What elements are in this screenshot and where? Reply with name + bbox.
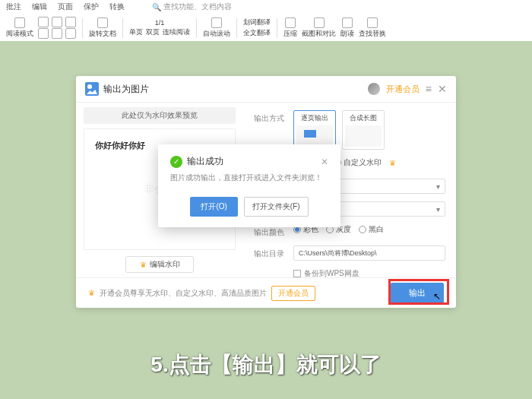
tab-annotate[interactable]: 批注: [6, 2, 21, 12]
crown-icon: ♛: [389, 159, 396, 167]
find-icon[interactable]: [367, 17, 378, 28]
open-button[interactable]: 打开(O): [190, 197, 237, 217]
search-box[interactable]: 🔍 查找功能、文档内容: [152, 2, 232, 12]
vip-button[interactable]: 开通会员: [271, 286, 315, 301]
continuous[interactable]: 连续阅读: [163, 27, 190, 37]
crown-icon: ♛: [140, 261, 147, 269]
mode-long-image[interactable]: 合成长图: [342, 110, 385, 150]
rotate-label: 旋转文档: [89, 29, 116, 39]
tab-page[interactable]: 页面: [58, 2, 73, 12]
autoscroll-label: 自动滚动: [203, 29, 230, 39]
tab-convert[interactable]: 转换: [109, 2, 125, 12]
wm-custom[interactable]: 自定义水印: [334, 157, 382, 168]
readaloud-label: 朗读: [340, 29, 354, 39]
close-icon[interactable]: ✕: [438, 83, 447, 95]
search-icon: 🔍: [152, 3, 161, 11]
page-indicator: 1/1: [155, 19, 165, 27]
close-icon[interactable]: ✕: [321, 157, 328, 167]
crown-icon: ♛: [88, 289, 95, 297]
readaloud-icon[interactable]: [342, 17, 353, 28]
vip-link[interactable]: 开通会员: [386, 84, 420, 95]
tool-icon[interactable]: [65, 17, 76, 27]
open-folder-button[interactable]: 打开文件夹(F): [244, 197, 309, 217]
menu-tabs: 批注 编辑 页面 保护 转换: [0, 0, 532, 14]
autoscroll-icon[interactable]: [211, 17, 222, 28]
tab-edit[interactable]: 编辑: [32, 2, 47, 12]
dialog-title: 输出为图片: [103, 83, 149, 96]
full-translate[interactable]: 全文翻译: [243, 28, 271, 38]
chevron-down-icon: ▾: [436, 205, 440, 214]
dialog-footer: ♛ 开通会员尊享无水印、自定义水印、高清品质图片 开通会员 输出: [76, 277, 456, 308]
menu-icon[interactable]: ≡: [426, 83, 432, 95]
tool-icon[interactable]: [38, 17, 49, 27]
reading-mode-label: 阅读模式: [6, 29, 33, 39]
screenshot-icon[interactable]: [314, 17, 325, 28]
rotate-icon[interactable]: [97, 17, 108, 28]
dialog-header: 输出为图片 开通会员 ≡ ✕: [76, 76, 456, 103]
find-label: 查找替换: [359, 29, 386, 39]
ribbon: 阅读模式 旋转文档 1/1单页 双页 连续阅读 自动滚动 划词翻译全文翻译 压缩…: [0, 14, 532, 42]
tutorial-caption: 5.点击【输出】就可以了: [0, 350, 532, 379]
tool-icon[interactable]: [38, 28, 49, 39]
color-bw[interactable]: 黑白: [359, 224, 384, 235]
image-icon: [85, 82, 99, 96]
check-circle-icon: ✓: [170, 156, 182, 168]
avatar[interactable]: [368, 83, 380, 95]
dir-label: 输出目录: [254, 245, 287, 259]
mode-label: 输出方式: [254, 110, 287, 124]
watermark-banner: 此处仅为水印效果预览: [84, 107, 236, 124]
toast-title: 输出成功: [187, 155, 223, 168]
word-translate[interactable]: 划词翻译: [243, 17, 271, 27]
double-page[interactable]: 双页: [146, 27, 160, 37]
tab-protect[interactable]: 保护: [84, 2, 99, 12]
success-toast: ✓ 输出成功 ✕ 图片成功输出，直接打开或进入文件夹浏览！ 打开(O) 打开文件…: [158, 144, 340, 227]
screenshot-label: 截图和对比: [302, 29, 336, 39]
search-placeholder: 查找功能、文档内容: [163, 2, 232, 12]
tool-icon[interactable]: [65, 28, 76, 39]
app-toolbar: 批注 编辑 页面 保护 转换 🔍 查找功能、文档内容 阅读模式 旋转文档 1/1…: [0, 0, 532, 41]
footer-note: 开通会员尊享无水印、自定义水印、高清品质图片: [100, 288, 267, 299]
reading-mode-icon[interactable]: [14, 17, 25, 28]
toast-message: 图片成功输出，直接打开或进入文件夹浏览！: [170, 173, 328, 183]
compress-label: 压缩: [283, 29, 297, 39]
output-path[interactable]: C:\Users\尚将博\Desktop\: [293, 245, 445, 261]
edit-watermark-button[interactable]: ♛编辑水印: [125, 256, 194, 273]
single-page[interactable]: 单页: [129, 27, 143, 37]
tool-icon[interactable]: [52, 28, 62, 39]
chevron-down-icon: ▾: [436, 182, 440, 191]
compress-icon[interactable]: [285, 17, 296, 28]
tool-icon[interactable]: [52, 17, 62, 27]
cursor-icon: ↖: [433, 291, 441, 302]
